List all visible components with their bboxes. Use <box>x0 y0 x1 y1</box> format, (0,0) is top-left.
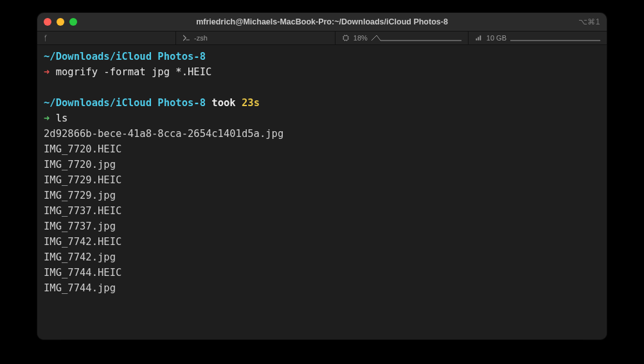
status-seg-shell[interactable]: -zsh <box>176 32 335 44</box>
svg-rect-2 <box>478 37 479 41</box>
list-item: IMG_7737.jpg <box>44 221 116 232</box>
prompt-cwd: ~/Downloads/iCloud Photos-8 <box>44 51 206 62</box>
list-item: IMG_7729.HEIC <box>44 174 121 186</box>
status-bar: ᚶ -zsh 18% 10 GB <box>37 31 607 45</box>
prompt-cwd: ~/Downloads/iCloud Photos-8 <box>44 97 206 109</box>
command-1: mogrify -format jpg *.HEIC <box>56 66 212 78</box>
list-item: IMG_7720.jpg <box>44 159 116 170</box>
terminal-body[interactable]: ~/Downloads/iCloud Photos-8 ➜ mogrify -f… <box>37 45 607 340</box>
command-2: ls <box>56 113 68 124</box>
list-item: IMG_7729.jpg <box>44 190 116 201</box>
cpu-percent: 18% <box>353 34 368 42</box>
shortcut-hint: ⌥⌘1 <box>578 17 600 26</box>
cpu-sparkline <box>371 33 461 42</box>
net-sparkline <box>510 33 600 42</box>
minimize-icon[interactable] <box>57 18 64 26</box>
zoom-icon[interactable] <box>69 18 77 26</box>
status-seg-network[interactable]: 10 GB <box>469 32 607 44</box>
list-item: IMG_7720.HEIC <box>44 143 121 155</box>
close-icon[interactable] <box>44 18 51 26</box>
list-item: IMG_7742.HEIC <box>44 236 121 248</box>
prompt-icon <box>183 34 190 42</box>
titlebar[interactable]: mfriedrich@Michaels-MacBook-Pro:~/Downlo… <box>37 13 607 31</box>
list-item: IMG_7744.HEIC <box>44 267 121 278</box>
took-label: took <box>211 97 235 109</box>
svg-rect-0 <box>343 36 348 41</box>
status-seg-branch[interactable]: ᚶ <box>37 32 176 44</box>
shell-name: -zsh <box>194 34 208 42</box>
list-item: IMG_7737.HEIC <box>44 205 121 217</box>
list-item: IMG_7744.jpg <box>44 282 116 294</box>
prompt-arrow-icon: ➜ <box>44 113 49 124</box>
traffic-lights <box>44 18 77 26</box>
took-duration: 23s <box>242 97 260 109</box>
prompt-arrow-icon: ➜ <box>44 66 49 78</box>
status-seg-cpu[interactable]: 18% <box>335 32 469 44</box>
list-item: IMG_7742.jpg <box>44 251 116 263</box>
git-branch-icon: ᚶ <box>44 34 48 42</box>
network-bars-icon <box>475 34 483 42</box>
svg-rect-1 <box>476 39 477 41</box>
chip-icon <box>342 34 350 42</box>
window-title: mfriedrich@Michaels-MacBook-Pro:~/Downlo… <box>37 17 607 26</box>
svg-rect-3 <box>479 35 481 41</box>
list-item: 2d92866b-bece-41a8-8cca-2654c1401d5a.jpg <box>44 128 283 140</box>
net-label: 10 GB <box>487 34 506 42</box>
terminal-window: mfriedrich@Michaels-MacBook-Pro:~/Downlo… <box>37 13 607 340</box>
